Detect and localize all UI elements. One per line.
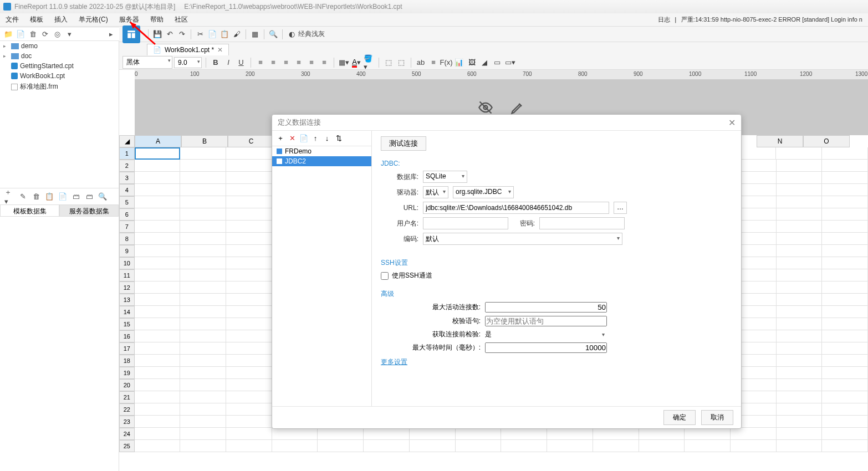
cell[interactable] xyxy=(135,367,181,379)
undo-icon[interactable]: ↶ xyxy=(164,29,175,40)
cell[interactable] xyxy=(226,379,272,391)
cell[interactable] xyxy=(135,184,181,196)
cell[interactable] xyxy=(822,172,868,184)
row-header-21[interactable]: 21 xyxy=(119,391,135,403)
conn-down-icon[interactable]: ↓ xyxy=(322,134,332,144)
tree-file-map[interactable]: 标准地图.frm xyxy=(0,81,119,93)
cell[interactable] xyxy=(226,196,272,208)
row-header-23[interactable]: 23 xyxy=(119,416,135,428)
font-size-select[interactable]: 9.0 xyxy=(174,57,202,68)
cell[interactable] xyxy=(180,367,226,379)
grid-icon[interactable]: ▦ xyxy=(249,29,261,40)
cell[interactable] xyxy=(226,318,272,330)
row-header-8[interactable]: 8 xyxy=(119,233,135,245)
unmerge-icon[interactable]: ⬚ xyxy=(396,57,407,68)
cell[interactable] xyxy=(226,208,272,221)
cell[interactable] xyxy=(777,281,823,294)
cell[interactable] xyxy=(226,428,272,440)
max-wait-input[interactable] xyxy=(485,342,607,353)
cell[interactable] xyxy=(226,269,272,281)
file-tab-workbook1[interactable]: 📄 WorkBook1.cpt * ✕ xyxy=(147,44,229,55)
col-header-a[interactable]: A xyxy=(135,135,181,147)
cell[interactable] xyxy=(822,196,868,208)
validate-input[interactable] xyxy=(485,316,607,326)
cell[interactable] xyxy=(135,428,181,440)
precheck-select[interactable]: 是 xyxy=(485,330,607,339)
row-header-18[interactable]: 18 xyxy=(119,355,135,367)
cell[interactable] xyxy=(822,233,868,245)
cell[interactable] xyxy=(226,367,272,379)
theme-icon[interactable]: ◐ xyxy=(286,29,297,40)
row-header-24[interactable]: 24 xyxy=(119,428,135,440)
cell[interactable] xyxy=(135,257,181,269)
cell[interactable] xyxy=(180,318,226,330)
row-header-10[interactable]: 10 xyxy=(119,257,135,269)
format-painter-icon[interactable]: 🖌 xyxy=(231,29,242,40)
ssh-checkbox-row[interactable]: 使用SSH通道 xyxy=(381,271,732,280)
cell[interactable] xyxy=(822,208,868,221)
cell[interactable] xyxy=(180,233,226,245)
encoding-select[interactable]: 默认 xyxy=(423,233,622,245)
cell[interactable] xyxy=(777,318,823,330)
border-icon[interactable]: ▦▾ xyxy=(338,57,349,68)
conn-delete-icon[interactable]: ✕ xyxy=(287,134,297,144)
new-folder-icon[interactable]: 📁 xyxy=(3,29,13,39)
cell[interactable] xyxy=(226,160,272,172)
cell[interactable] xyxy=(547,428,593,440)
cell[interactable] xyxy=(822,416,868,428)
cell[interactable] xyxy=(180,379,226,391)
url-input[interactable] xyxy=(423,202,609,214)
cell[interactable] xyxy=(135,281,181,294)
search-icon[interactable]: 🔍 xyxy=(268,29,279,40)
more-settings-link[interactable]: 更多设置 xyxy=(381,358,407,366)
cell[interactable] xyxy=(731,440,777,452)
row-header-15[interactable]: 15 xyxy=(119,318,135,330)
cell[interactable] xyxy=(226,233,272,245)
italic-icon[interactable]: I xyxy=(223,57,234,68)
cell[interactable] xyxy=(180,208,226,221)
row-header-6[interactable]: 6 xyxy=(119,208,135,221)
cell[interactable] xyxy=(135,245,181,257)
align-left-icon[interactable]: ≡ xyxy=(255,57,266,68)
cell[interactable] xyxy=(180,245,226,257)
underline-icon[interactable]: U xyxy=(236,57,247,68)
cell[interactable] xyxy=(822,440,868,452)
ds-copy-icon[interactable]: 📋 xyxy=(44,192,54,202)
cell[interactable] xyxy=(135,233,181,245)
cell[interactable] xyxy=(777,172,823,184)
cell[interactable] xyxy=(593,428,639,440)
cell[interactable] xyxy=(501,440,547,452)
tab-template-dataset[interactable]: 模板数据集 xyxy=(0,204,59,217)
row-header-12[interactable]: 12 xyxy=(119,281,135,294)
db-select[interactable]: SQLite xyxy=(423,171,467,183)
align-center-icon[interactable]: ≡ xyxy=(268,57,279,68)
align-top-icon[interactable]: ≡ xyxy=(293,57,304,68)
align-right-icon[interactable]: ≡ xyxy=(280,57,292,68)
cell[interactable] xyxy=(135,379,181,391)
url-more-button[interactable]: … xyxy=(614,202,627,214)
menu-template[interactable]: 模板 xyxy=(30,15,43,24)
cell[interactable] xyxy=(777,367,823,379)
connection-frdemo[interactable]: FRDemo xyxy=(272,146,371,156)
cell[interactable] xyxy=(777,160,823,172)
cell[interactable] xyxy=(180,294,226,306)
tree-file-workbook1[interactable]: WorkBook1.cpt xyxy=(0,71,119,81)
cell[interactable] xyxy=(777,342,823,355)
cell[interactable] xyxy=(226,184,272,196)
cell[interactable] xyxy=(135,416,181,428)
row-header-16[interactable]: 16 xyxy=(119,330,135,342)
cell[interactable] xyxy=(822,160,868,172)
row-header-19[interactable]: 19 xyxy=(119,367,135,379)
cell[interactable] xyxy=(135,355,181,367)
cell[interactable] xyxy=(777,355,823,367)
cell[interactable] xyxy=(822,269,868,281)
cell[interactable] xyxy=(180,355,226,367)
cell[interactable] xyxy=(226,257,272,269)
ds-edit-icon[interactable]: ✎ xyxy=(18,192,28,202)
row-header-4[interactable]: 4 xyxy=(119,184,135,196)
cell[interactable] xyxy=(777,245,823,257)
row-header-3[interactable]: 3 xyxy=(119,172,135,184)
number-icon[interactable]: ≡ xyxy=(428,57,439,68)
merge-icon[interactable]: ⬚ xyxy=(383,57,394,68)
cell[interactable] xyxy=(685,428,731,440)
